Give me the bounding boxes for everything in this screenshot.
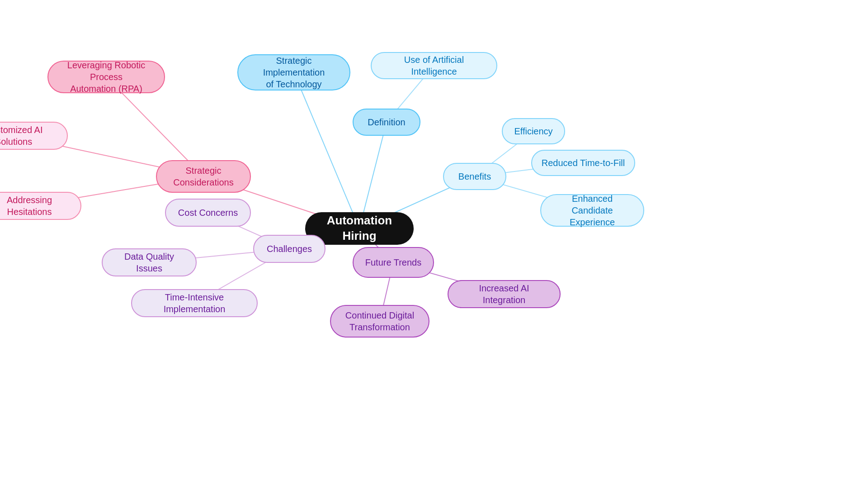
digital-transform-node: Continued Digital Transformation <box>330 305 429 338</box>
definition-node: Definition <box>353 109 420 136</box>
increased-ai-node: Increased AI Integration <box>448 280 561 308</box>
future-trends-node: Future Trends <box>353 247 434 278</box>
strategic-considerations-node: Strategic Considerations <box>156 160 251 193</box>
benefits-node: Benefits <box>443 163 506 190</box>
addressing-hesitations-node: Addressing Hesitations <box>0 192 81 220</box>
cost-concerns-node: Cost Concerns <box>165 199 251 227</box>
svg-line-4 <box>294 72 359 228</box>
efficiency-node: Efficiency <box>502 118 565 144</box>
mindmap-container: Automation HiringStrategic Consideration… <box>0 0 868 490</box>
data-quality-node: Data Quality Issues <box>102 248 197 276</box>
time-intensive-node: Time-Intensive Implementation <box>131 289 258 317</box>
use-ai-node: Use of Artificial Intelligence <box>371 52 497 79</box>
reduced-time-node: Reduced Time-to-Fill <box>531 150 635 176</box>
enhanced-candidate-node: Enhanced Candidate Experience <box>540 194 644 227</box>
challenges-node: Challenges <box>253 235 326 263</box>
leveraging-rpa-node: Leveraging Robotic Process Automation (R… <box>47 61 165 93</box>
strategic-impl-node: Strategic Implementation of Technology <box>237 54 350 90</box>
customized-ai-node: Customized AI Solutions <box>0 122 68 150</box>
